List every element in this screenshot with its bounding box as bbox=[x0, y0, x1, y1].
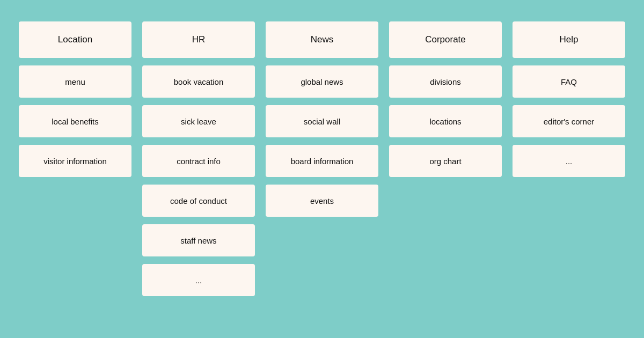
item-local-benefits[interactable]: local benefits bbox=[19, 105, 131, 137]
column-help: HelpFAQeditor's corner... bbox=[513, 21, 625, 177]
item-global-news[interactable]: global news bbox=[266, 65, 378, 98]
item-contract-info[interactable]: contract info bbox=[142, 145, 255, 177]
header-location[interactable]: Location bbox=[19, 21, 131, 58]
item-code-of-conduct[interactable]: code of conduct bbox=[142, 185, 255, 217]
item-social-wall[interactable]: social wall bbox=[266, 105, 378, 137]
item-divisions[interactable]: divisions bbox=[389, 65, 502, 98]
item-sick-leave[interactable]: sick leave bbox=[142, 105, 255, 137]
item-[interactable]: ... bbox=[142, 264, 255, 296]
item-visitor-information[interactable]: visitor information bbox=[19, 145, 131, 177]
item-[interactable]: ... bbox=[513, 145, 625, 177]
item-events[interactable]: events bbox=[266, 185, 378, 217]
header-hr[interactable]: HR bbox=[142, 21, 255, 58]
item-board-information[interactable]: board information bbox=[266, 145, 378, 177]
header-help[interactable]: Help bbox=[513, 21, 625, 58]
item-org-chart[interactable]: org chart bbox=[389, 145, 502, 177]
item-menu[interactable]: menu bbox=[19, 65, 131, 98]
main-grid: Locationmenulocal benefitsvisitor inform… bbox=[11, 21, 633, 296]
column-news: Newsglobal newssocial wallboard informat… bbox=[266, 21, 378, 217]
item-book-vacation[interactable]: book vacation bbox=[142, 65, 255, 98]
header-news[interactable]: News bbox=[266, 21, 378, 58]
column-location: Locationmenulocal benefitsvisitor inform… bbox=[19, 21, 131, 177]
header-corporate[interactable]: Corporate bbox=[389, 21, 502, 58]
item-staff-news[interactable]: staff news bbox=[142, 224, 255, 256]
item-FAQ[interactable]: FAQ bbox=[513, 65, 625, 98]
column-hr: HRbook vacationsick leavecontract infoco… bbox=[142, 21, 255, 296]
item-locations[interactable]: locations bbox=[389, 105, 502, 137]
item-editors-corner[interactable]: editor's corner bbox=[513, 105, 625, 137]
column-corporate: Corporatedivisionslocationsorg chart bbox=[389, 21, 502, 177]
